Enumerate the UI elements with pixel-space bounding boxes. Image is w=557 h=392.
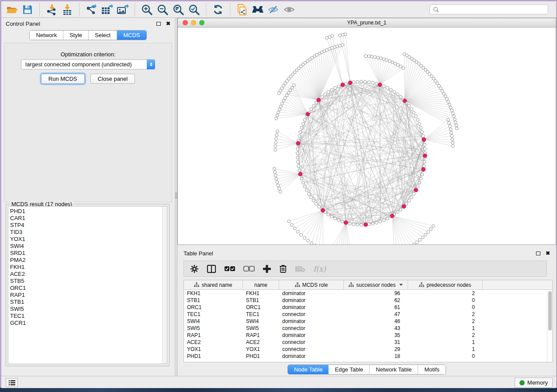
mcds-result-item[interactable]: SWI5 xyxy=(10,306,162,313)
network-node[interactable] xyxy=(399,65,402,68)
zoom-selected-button[interactable] xyxy=(186,3,202,17)
network-node[interactable] xyxy=(297,160,300,163)
delete-column-button[interactable] xyxy=(279,264,287,273)
network-node[interactable] xyxy=(341,44,344,47)
network-node[interactable] xyxy=(449,106,452,109)
network-node[interactable] xyxy=(341,220,344,223)
network-node[interactable] xyxy=(448,121,451,124)
table-row[interactable]: SWI4SWI4dominator462 xyxy=(184,318,547,325)
network-node[interactable] xyxy=(352,81,355,84)
first-neighbors-button[interactable] xyxy=(250,3,266,17)
table-row[interactable]: ORC1ORC1dominator610 xyxy=(184,304,547,311)
network-node[interactable] xyxy=(448,124,451,127)
tab-network-table[interactable]: Network Table xyxy=(370,365,418,374)
network-node[interactable] xyxy=(427,230,430,234)
network-node[interactable] xyxy=(423,148,426,151)
delete-table-button[interactable] xyxy=(295,265,305,272)
network-node[interactable] xyxy=(330,88,333,91)
export-network-button[interactable] xyxy=(83,3,99,17)
network-node[interactable] xyxy=(344,33,347,36)
network-node[interactable] xyxy=(456,127,459,130)
network-node[interactable] xyxy=(421,236,424,239)
network-node[interactable] xyxy=(363,80,367,83)
new-network-from-selection-button[interactable] xyxy=(234,3,250,17)
network-node[interactable] xyxy=(421,173,424,176)
optimization-criterion-select[interactable]: largest connected component (undirected) xyxy=(21,59,155,69)
network-hub-node[interactable] xyxy=(344,221,348,225)
network-node[interactable] xyxy=(300,177,303,180)
network-node[interactable] xyxy=(293,84,296,87)
network-node[interactable] xyxy=(296,230,299,233)
network-node[interactable] xyxy=(418,181,421,184)
network-node[interactable] xyxy=(421,131,424,134)
network-node[interactable] xyxy=(429,227,432,230)
network-node[interactable] xyxy=(386,217,389,220)
network-node[interactable] xyxy=(374,55,377,58)
network-node[interactable] xyxy=(446,118,450,121)
network-node[interactable] xyxy=(382,58,385,61)
export-table-button[interactable] xyxy=(99,3,115,17)
network-node[interactable] xyxy=(410,196,413,199)
network-node[interactable] xyxy=(432,224,435,227)
network-node[interactable] xyxy=(310,242,313,244)
mcds-result-item[interactable]: STB1 xyxy=(10,299,162,306)
network-node[interactable] xyxy=(352,223,355,226)
network-node[interactable] xyxy=(385,58,388,62)
network-node[interactable] xyxy=(412,193,415,196)
mcds-result-item[interactable]: CAR1 xyxy=(10,215,162,222)
network-node[interactable] xyxy=(391,61,394,64)
mcds-result-item[interactable]: FKH1 xyxy=(10,264,162,271)
network-node[interactable] xyxy=(364,55,367,58)
tab-mcds[interactable]: MCDS xyxy=(117,31,146,40)
network-node[interactable] xyxy=(388,60,391,63)
network-node[interactable] xyxy=(367,55,370,58)
export-image-button[interactable] xyxy=(115,3,131,17)
table-row[interactable]: PHD1PHD1dominator180 xyxy=(184,353,547,360)
network-node[interactable] xyxy=(279,105,282,108)
network-node[interactable] xyxy=(419,126,422,129)
save-session-button[interactable] xyxy=(20,3,35,17)
mcds-result-item[interactable]: SWI4 xyxy=(10,243,162,250)
table-settings-button[interactable] xyxy=(190,265,199,273)
network-node[interactable] xyxy=(331,34,334,38)
network-node[interactable] xyxy=(334,217,337,220)
network-node[interactable] xyxy=(337,85,340,88)
mcds-result-item[interactable]: ACE2 xyxy=(10,271,162,278)
mcds-result-item[interactable]: GCR1 xyxy=(10,320,162,327)
network-node[interactable] xyxy=(327,90,330,93)
network-node[interactable] xyxy=(415,115,418,118)
network-node[interactable] xyxy=(382,85,385,88)
network-node[interactable] xyxy=(453,118,457,121)
network-node[interactable] xyxy=(450,134,453,138)
network-node[interactable] xyxy=(450,131,453,134)
network-node[interactable] xyxy=(379,220,382,223)
create-column-button[interactable] xyxy=(263,265,271,273)
column-header-shared-name[interactable]: shared name xyxy=(184,280,243,289)
network-node[interactable] xyxy=(410,107,413,110)
network-node[interactable] xyxy=(375,221,378,224)
network-node[interactable] xyxy=(451,138,454,141)
network-node[interactable] xyxy=(402,67,405,70)
network-node[interactable] xyxy=(367,223,370,226)
unselect-all-columns-button[interactable] xyxy=(243,266,255,272)
network-node[interactable] xyxy=(281,102,284,105)
network-node[interactable] xyxy=(300,126,303,129)
network-node[interactable] xyxy=(276,114,279,117)
network-node[interactable] xyxy=(423,143,426,146)
network-node[interactable] xyxy=(296,156,299,159)
network-node[interactable] xyxy=(284,96,287,100)
network-node[interactable] xyxy=(300,234,303,237)
close-table-panel-icon[interactable]: ✖ xyxy=(546,251,550,256)
network-node[interactable] xyxy=(399,208,402,211)
network-node[interactable] xyxy=(422,165,426,168)
network-node[interactable] xyxy=(307,239,310,242)
tab-select[interactable]: Select xyxy=(89,31,117,40)
network-node[interactable] xyxy=(393,90,396,93)
network-node[interactable] xyxy=(419,177,422,180)
network-node[interactable] xyxy=(422,134,425,138)
network-node[interactable] xyxy=(275,137,278,140)
network-node[interactable] xyxy=(301,122,304,125)
network-hub-node[interactable] xyxy=(422,138,426,141)
zoom-out-button[interactable] xyxy=(155,3,170,17)
select-all-columns-button[interactable] xyxy=(224,266,235,272)
